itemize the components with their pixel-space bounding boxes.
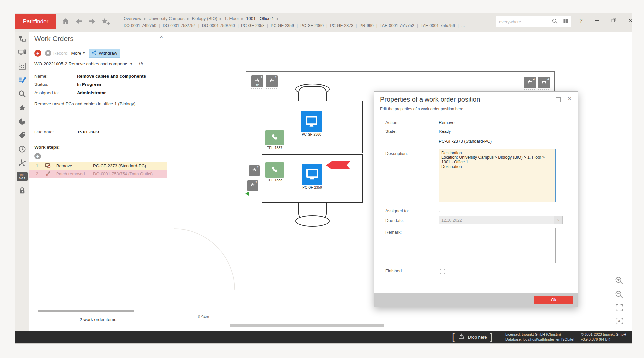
sidebar-item-reports[interactable] [15,114,29,128]
pc-icon[interactable] [302,164,322,185]
tab-item[interactable]: PC-GF-2373 [324,23,353,28]
data-outlet-icon[interactable]: 2 [538,77,550,88]
sidebar-item-history[interactable] [15,142,29,156]
sidebar-item-security[interactable] [15,183,29,197]
sidebar-item-devices[interactable] [15,45,29,59]
breadcrumb-item[interactable]: 1001 - Office 1 [246,16,281,21]
due-date-select[interactable]: 12.10.2022 ˅ [439,216,563,224]
sidebar-item-hierarchy[interactable] [15,32,29,45]
add-work-step-button[interactable]: + [34,153,41,159]
sidebar-item-tags[interactable] [15,128,29,142]
version-info: © 2001-2023 tripunkt GmbH v3.9.0.376 (64… [581,332,626,342]
add-work-order-button[interactable]: + [34,50,41,57]
search-input[interactable] [498,19,552,25]
description-textarea[interactable]: Destination Location: University Campus … [439,149,556,202]
phone-label: TEL-1838 [266,178,283,182]
app-window: Pathfinder OverviewUniversity CampusBiol… [15,13,632,344]
remark-textarea[interactable] [439,228,556,263]
tab-item-more[interactable]: ... [455,23,465,28]
tab-item[interactable]: PC-GF-2360 [294,23,324,28]
sidebar-item-ip[interactable]: 192.0.0.1 [15,170,29,183]
home-icon[interactable] [62,17,70,25]
search-icon[interactable] [552,18,558,26]
breadcrumb-item[interactable]: Biology (BIO) [192,16,224,21]
status-bar: [ Drop here ] Licensed: tripunkt GmbH (C… [15,331,632,343]
step-target: PC-GF-2373 (Standard-PC) [93,163,167,168]
dialog-maximize-icon[interactable] [556,97,561,102]
barcode-icon[interactable] [562,18,568,25]
back-icon[interactable] [75,17,83,25]
sidebar-item-search[interactable] [15,87,29,101]
tab-item[interactable]: DO-0001-759/760 [196,23,235,28]
tab-item[interactable]: DO-0001-749/750 [124,23,156,28]
data-outlet-icon[interactable]: 2TP [251,75,263,87]
work-order-selector[interactable]: WO-20221005-2 Remove cables and compone … [34,60,143,67]
close-button[interactable] [627,18,633,24]
tab-item[interactable]: TAE-0001-751/752 [374,23,414,28]
canvas-horizontal-scrollbar[interactable] [230,324,384,327]
drop-here-label: Drop here [468,335,487,340]
panel-horizontal-scrollbar[interactable] [38,310,134,312]
tab-item[interactable]: PR-990 [353,23,374,28]
tab-item[interactable]: TAE-0001-755/756 [414,23,455,28]
fit-view-icon[interactable] [615,304,623,313]
panel-close-icon[interactable]: ✕ [159,34,163,39]
finished-checkbox[interactable] [440,269,445,274]
tab-item[interactable]: DO-0001-753/754 [156,23,196,28]
pc-label: PC-GF-2360 [301,132,322,136]
work-order-marker-arrow [326,161,350,170]
tab-item[interactable]: PC-GF-2358 [235,23,264,28]
license-info: Licensed: tripunkt GmbH (Christin) Datab… [505,332,574,342]
pc-icon[interactable] [301,111,322,132]
dialog-close-icon[interactable]: ✕ [567,96,572,102]
data-outlet-icon[interactable]: 2 [524,77,536,88]
more-menu-button[interactable]: More▼ [71,51,86,56]
sidebar-item-network[interactable] [15,156,29,170]
window-controls: ? [578,18,633,24]
drop-zone[interactable]: [ Drop here ] [452,331,492,343]
sidebar-item-favorites[interactable] [15,101,29,114]
data-outlet-icon[interactable]: 2 [249,165,260,176]
favorite-add-icon[interactable] [101,17,110,25]
table-row[interactable]: 1 Remove PC-GF-2373 (Standard-PC) [29,162,167,170]
dialog-footer: Ok [374,293,578,307]
state-value: Ready [439,129,451,134]
restore-button[interactable] [610,18,617,24]
forward-icon[interactable] [88,17,96,25]
help-button[interactable]: ? [578,18,584,24]
zoom-out-icon[interactable] [615,290,624,300]
state-label: State: [385,129,397,134]
field-assigned: Assigned to:Administrator [34,90,59,95]
bracket-right: ] [490,332,493,342]
phone-icon[interactable] [265,162,284,178]
label-zoom-icon[interactable]: A [615,317,623,326]
sidebar-item-floorplan[interactable] [15,59,29,73]
field-name: Name:Remove cables and components [34,74,48,79]
field-due-value: 16.01.2023 [77,130,99,134]
chevron-down-icon[interactable]: ˅ [554,216,562,224]
chevron-down-icon: ▼ [82,51,85,55]
database-info: Database: localhost\pathfinder_en [SQLit… [505,337,574,342]
data-outlet-icon[interactable]: 2 [266,75,278,87]
data-outlet-icon[interactable]: 2 [247,180,258,191]
refresh-icon[interactable]: ↺ [139,60,143,67]
breadcrumb-item[interactable]: Overview [124,16,149,21]
bracket-left: [ [452,332,455,342]
breadcrumb-item[interactable]: 1. Floor [224,16,246,21]
phone-icon[interactable] [265,130,284,145]
action-label: Action: [385,120,399,125]
minimize-button[interactable] [594,18,601,24]
faint-room-outline [574,65,627,130]
table-row[interactable]: 2 Patch removed DO-0001-753/754 (Data Ou… [29,170,167,178]
door-swing-arc [171,226,237,292]
record-button[interactable]: Record [45,50,68,56]
breadcrumb-item[interactable]: University Campus [149,16,192,21]
dialog-title: Properties of a work order position [380,96,480,103]
ok-button[interactable]: Ok [534,296,573,304]
zoom-in-icon[interactable] [615,276,624,286]
chevron-down-icon[interactable]: ▼ [130,62,133,66]
field-status-value: In Progress [77,82,101,87]
sidebar-item-work-orders-active[interactable] [15,73,29,87]
tab-item[interactable]: PC-GF-2359 [264,23,294,28]
withdraw-button[interactable]: Withdraw [89,49,120,58]
